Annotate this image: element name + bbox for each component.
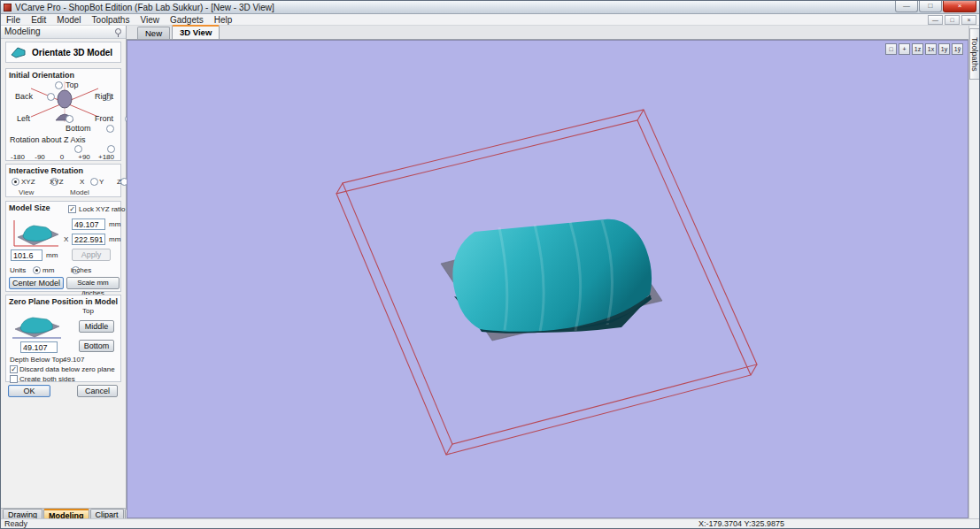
toolpaths-tab[interactable]: Toolpaths (969, 28, 980, 80)
model-x-field[interactable] (72, 234, 105, 245)
zero-plane-thumbnail (10, 309, 65, 341)
tab-new[interactable]: New (137, 27, 170, 39)
apply-button[interactable]: Apply (72, 249, 111, 261)
rot-xyz-model-label: XYZ (50, 178, 64, 186)
menu-bar: File Edit Model Toolpaths View Gadgets H… (1, 14, 979, 26)
rot-x-label: X (80, 178, 84, 186)
orient-left-radio[interactable] (66, 115, 73, 123)
status-ready: Ready (4, 519, 27, 528)
plan-view-icon[interactable]: □ (885, 43, 897, 55)
initial-orientation-group: Initial Orientation Top Back Right Left … (5, 68, 121, 161)
child-restore-button[interactable]: □ (945, 15, 960, 25)
tool-title: Orientate 3D Model (32, 48, 112, 58)
height-unit-label: mm (109, 220, 120, 228)
menu-file[interactable]: File (1, 14, 26, 26)
app-icon (4, 4, 12, 12)
zero-top-label: Top (82, 307, 94, 315)
minimize-button[interactable]: — (895, 1, 918, 12)
model-scope-label: Model (70, 188, 89, 196)
view-along-x-icon[interactable]: 1x (925, 43, 937, 55)
axes-icon[interactable]: + (899, 43, 910, 55)
tool-header: Orientate 3D Model (5, 42, 121, 63)
child-minimize-button[interactable]: — (928, 15, 943, 25)
center-model-button[interactable]: Center Model (9, 277, 64, 289)
rot-xyz-view-radio[interactable] (12, 178, 19, 186)
discard-below-checkbox[interactable]: ✓ (10, 365, 18, 373)
toolpaths-strip: Toolpaths (968, 26, 979, 518)
3d-scene (127, 41, 968, 518)
zero-plane-group: Zero Plane Position in Model Top Middle … (5, 295, 121, 382)
rotz-0-label: 0 (51, 153, 73, 161)
rotz-p180-label: +180 (96, 153, 117, 161)
menu-model[interactable]: Model (51, 14, 86, 26)
rotz-m180-radio[interactable] (74, 145, 82, 153)
group-title: Zero Plane Position in Model (9, 297, 118, 306)
modeling-panel: Modeling Orientate 3D Model Initial Orie… (1, 26, 127, 508)
window-title: VCarve Pro - ShopBot Edition (Fab Lab Su… (15, 3, 894, 12)
view-along-y-neg-icon[interactable]: 1ȳ (952, 43, 963, 55)
orientate-tool-icon (10, 45, 27, 59)
document-tab-bar: New 3D View (127, 26, 968, 40)
orient-right-label: Right (95, 92, 113, 101)
tab-3d-view[interactable]: 3D View (172, 25, 220, 39)
create-both-sides-checkbox[interactable] (10, 375, 18, 383)
rotz-m90-label: -90 (29, 153, 50, 161)
lock-xyz-label: Lock XYZ ratio (79, 205, 125, 213)
view-toolbar: □ + 1z 1x 1y 1ȳ (885, 43, 963, 55)
orient-top-radio[interactable] (55, 81, 63, 89)
pin-icon[interactable] (115, 28, 121, 34)
view-scope-label: View (19, 188, 34, 196)
app-window: VCarve Pro - ShopBot Edition (Fab Lab Su… (0, 0, 980, 529)
orient-top-label: Top (66, 80, 79, 89)
group-title: Model Size (9, 203, 50, 212)
rot-y-label: Y (99, 178, 104, 186)
rotz-m90-radio[interactable] (107, 145, 115, 153)
status-bar: Ready X:-179.3704 Y:325.9875 (1, 518, 979, 528)
rot-x-radio[interactable] (90, 178, 98, 186)
orient-left-label: Left (17, 114, 30, 123)
cancel-button[interactable]: Cancel (77, 385, 118, 397)
orient-back-radio[interactable] (47, 93, 55, 101)
model-size-group: Model Size ✓ Lock XYZ ratio mm X mm mm A… (5, 201, 121, 292)
model-height-field[interactable] (72, 218, 105, 230)
units-inches-label: inches (71, 266, 91, 274)
menu-view[interactable]: View (135, 14, 165, 26)
depth-below-top-label: Depth Below Top: (10, 356, 66, 364)
model-size-thumbnail (11, 215, 62, 249)
zero-middle-button[interactable]: Middle (79, 320, 114, 333)
panel-title: Modeling (4, 27, 41, 36)
x-unit-label: mm (109, 235, 120, 243)
cursor-coordinates: X:-179.3704 Y:325.9875 (698, 519, 784, 528)
y-unit-label: mm (46, 251, 58, 259)
panel-header: Modeling (1, 26, 126, 39)
menu-gadgets[interactable]: Gadgets (165, 14, 209, 26)
zero-bottom-button[interactable]: Bottom (79, 340, 114, 352)
scale-units-button[interactable]: Scale mm /inches (66, 277, 120, 289)
units-label: Units (10, 266, 26, 274)
title-bar: VCarve Pro - ShopBot Edition (Fab Lab Su… (1, 1, 979, 14)
rotation-z-label: Rotation about Z Axis (10, 135, 86, 144)
menu-help[interactable]: Help (209, 14, 238, 26)
close-button[interactable]: × (943, 1, 976, 12)
orient-bottom-radio[interactable] (106, 125, 114, 133)
zero-plane-field[interactable] (20, 341, 58, 353)
rot-xyz-view-label: XYZ (21, 178, 35, 186)
orientation-model-preview[interactable] (29, 81, 100, 122)
units-mm-label: mm (42, 266, 54, 274)
interactive-rotation-group: Interactive Rotation XYZ XYZ X Y Z View … (5, 164, 121, 197)
menu-toolpaths[interactable]: Toolpaths (87, 14, 135, 26)
orient-front-label: Front (95, 114, 113, 123)
units-mm-radio[interactable] (33, 266, 41, 274)
maximize-button[interactable]: □ (919, 1, 942, 12)
view-along-y-icon[interactable]: 1y (938, 43, 950, 55)
lock-xyz-checkbox[interactable]: ✓ (68, 205, 76, 213)
depth-below-top-value: 49.107 (63, 356, 84, 364)
child-close-button[interactable]: × (961, 15, 976, 25)
3d-viewport[interactable]: □ + 1z 1x 1y 1ȳ (127, 40, 968, 518)
menu-edit[interactable]: Edit (26, 14, 51, 26)
view-down-z-icon[interactable]: 1z (912, 43, 923, 55)
group-title: Interactive Rotation (9, 166, 83, 175)
model-y-field[interactable] (11, 249, 42, 261)
ok-button[interactable]: OK (8, 385, 50, 397)
rotz-m180-label: -180 (7, 153, 28, 161)
